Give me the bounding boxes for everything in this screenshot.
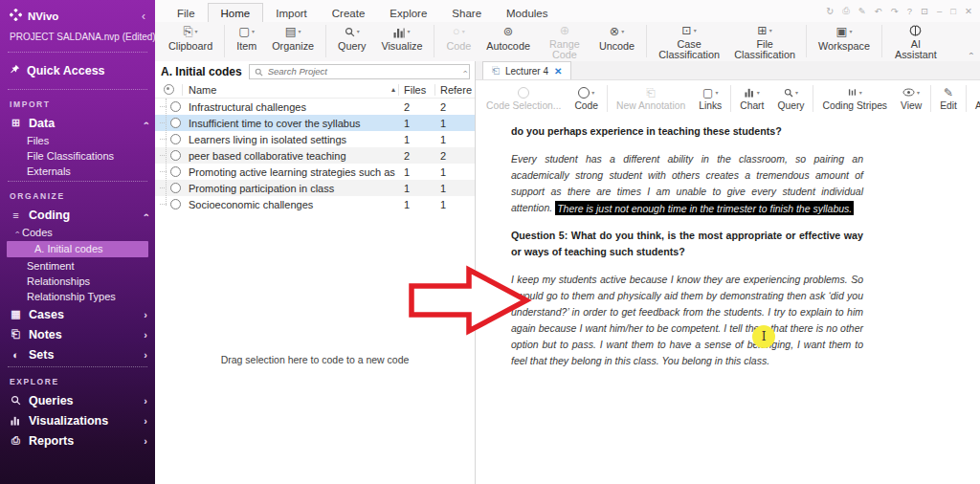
chevron-right-icon: ›: [144, 395, 147, 407]
coding-stripes-icon: [848, 86, 862, 99]
ai-assistant-button[interactable]: AI Assistant: [886, 22, 946, 60]
table-row[interactable]: Infrastructural challenges 2 2: [155, 99, 475, 115]
workspace-button[interactable]: ▣ Workspace: [811, 22, 878, 60]
references-count: 1: [434, 118, 475, 129]
table-row[interactable]: Insufficient time to cover the syllabus …: [155, 115, 475, 131]
sidebar-item-notes[interactable]: ⎗ Notes ›: [0, 324, 155, 344]
organize-button[interactable]: ▤ Organize: [264, 22, 322, 60]
sidebar-item-coding[interactable]: ≡ Coding ›: [0, 205, 155, 225]
drop-zone-hint[interactable]: Drag selection here to code to a new cod…: [155, 354, 475, 365]
minimize-icon[interactable]: –: [937, 6, 942, 16]
references-count: 2: [434, 101, 475, 113]
table-row[interactable]: Learners living in isolated settings 1 1: [155, 131, 475, 147]
query-button[interactable]: Query: [330, 22, 373, 60]
tab-create[interactable]: Create: [320, 4, 378, 22]
chevron-right-icon: ›: [144, 349, 147, 361]
divider: [8, 52, 147, 53]
button-label: Organize: [272, 41, 314, 52]
help-icon[interactable]: ?: [907, 6, 912, 16]
tab-explore[interactable]: Explore: [377, 4, 439, 22]
button-label: Coding Stripes: [822, 101, 887, 111]
ai-assistant-button[interactable]: AI Assistant: [969, 80, 980, 117]
edit-icon[interactable]: ✎: [858, 6, 866, 16]
nvivo-window: NVivo ‹ PROJECT SALDANA.nvp (Edited) Qui…: [0, 0, 980, 484]
files-count: 1: [398, 183, 434, 194]
tab-home[interactable]: Home: [208, 3, 264, 22]
divider: [8, 366, 147, 367]
sidebar-item-sentiment[interactable]: Sentiment: [0, 258, 155, 274]
tab-import[interactable]: Import: [263, 4, 320, 22]
table-row[interactable]: Socioeconomic challenges 1 1: [155, 196, 475, 212]
tab-modules[interactable]: Modules: [494, 4, 560, 22]
uncode-button[interactable]: ⊗ Uncode: [591, 22, 642, 60]
chart-button[interactable]: Chart: [733, 80, 770, 117]
clipboard-button[interactable]: ⎘ Clipboard: [161, 22, 220, 60]
autocode-button[interactable]: ⊚ Autocode: [479, 22, 538, 60]
button-label: AI Assistant: [975, 101, 980, 111]
panel-title: A. Initial codes: [161, 65, 242, 78]
question-4-text: do you perhaps experience in teaching th…: [511, 123, 863, 140]
ribbon: File Home Import Create Explore Share Mo…: [155, 0, 980, 62]
button-label: Query: [777, 101, 804, 111]
quick-access-item[interactable]: Quick Access: [0, 55, 155, 87]
sidebar-item-reports[interactable]: ⎙ Reports ›: [0, 430, 155, 451]
sidebar-item-cases[interactable]: ▦ Cases ›: [0, 304, 155, 324]
tab-share[interactable]: Share: [439, 4, 494, 22]
sidebar-item-sets[interactable]: ◐ Sets ›: [0, 344, 155, 364]
document-tab-bar: ⎗ Lecturer 4 ✕: [476, 61, 980, 80]
chevron-down-icon: ›: [140, 121, 151, 125]
tab-file[interactable]: File: [165, 4, 208, 22]
column-header-references[interactable]: Refere: [434, 84, 475, 96]
links-button[interactable]: ▢ Links: [692, 80, 728, 117]
sidebar-item-files[interactable]: Files: [0, 133, 155, 148]
edit-button[interactable]: ✎ Edit: [933, 80, 964, 117]
item-button[interactable]: ▢ Item: [229, 22, 264, 60]
coding-stripes-button[interactable]: Coding Stripes: [815, 80, 894, 117]
query-button[interactable]: Query: [770, 80, 811, 117]
case-classification-button[interactable]: ⊡ Case Classification: [651, 22, 727, 60]
save-icon[interactable]: ⎙: [842, 5, 850, 16]
pencil-icon: ✎: [944, 86, 953, 99]
sidebar-item-externals[interactable]: Externals: [0, 164, 155, 179]
group-divider: [434, 25, 434, 57]
close-icon[interactable]: ✕: [965, 6, 972, 16]
restore-icon[interactable]: □: [950, 6, 956, 16]
sidebar-item-initial-codes[interactable]: A. Initial codes: [7, 241, 148, 257]
file-classification-button[interactable]: ⊞ File Classification: [727, 22, 802, 60]
chevron-down-icon[interactable]: ›: [460, 70, 470, 73]
table-row[interactable]: Promoting active learning strategies suc…: [155, 164, 475, 180]
search-box[interactable]: ›: [249, 64, 470, 79]
undo-icon[interactable]: ↶: [875, 6, 882, 16]
table-row[interactable]: Promoting participation in class 1 1: [155, 180, 475, 196]
table-row[interactable]: peer based collaborative teaching 2 2: [155, 147, 475, 164]
redo-icon[interactable]: ↷: [891, 6, 899, 16]
sidebar-item-data[interactable]: ⊞ Data ›: [0, 113, 155, 133]
brain-icon: [909, 25, 922, 37]
collapse-ribbon-icon[interactable]: ‹: [967, 53, 976, 55]
sync-icon[interactable]: ↻: [826, 6, 834, 16]
code-button[interactable]: Code: [568, 80, 605, 117]
sidebar-item-relationships[interactable]: Relationships: [0, 274, 155, 289]
visualize-button[interactable]: Visualize: [373, 22, 430, 60]
sidebar-item-relationship-types[interactable]: Relationship Types: [0, 289, 155, 304]
red-arrow-annotation: [406, 260, 532, 341]
column-header-name[interactable]: Name ▴: [183, 84, 398, 96]
column-header-files[interactable]: Files: [398, 84, 434, 96]
document-toolbar: Code Selection... Code ⎗ New Annotation …: [476, 80, 980, 118]
sidebar-item-queries[interactable]: Queries ›: [0, 390, 155, 410]
code-column-icon: [164, 84, 174, 95]
code-circle-icon: [170, 183, 181, 193]
references-count: 1: [434, 183, 475, 194]
search-input[interactable]: [268, 66, 458, 77]
document-content[interactable]: do you perhaps experience in teaching th…: [476, 117, 980, 484]
view-button[interactable]: View: [894, 80, 928, 117]
sidebar-item-file-classifications[interactable]: File Classifications: [0, 148, 155, 164]
feedback-icon[interactable]: ⊡: [921, 6, 928, 16]
ibeam-cursor-icon: I: [762, 330, 767, 343]
range-code-icon: ⊕: [560, 25, 569, 37]
tab-lecturer-4[interactable]: ⎗ Lecturer 4 ✕: [482, 61, 571, 79]
close-tab-icon[interactable]: ✕: [554, 66, 562, 77]
collapse-sidebar-icon[interactable]: ‹: [142, 10, 147, 23]
sidebar-item-visualizations[interactable]: Visualizations ›: [0, 410, 155, 430]
sidebar-item-codes[interactable]: › Codes: [0, 225, 155, 240]
